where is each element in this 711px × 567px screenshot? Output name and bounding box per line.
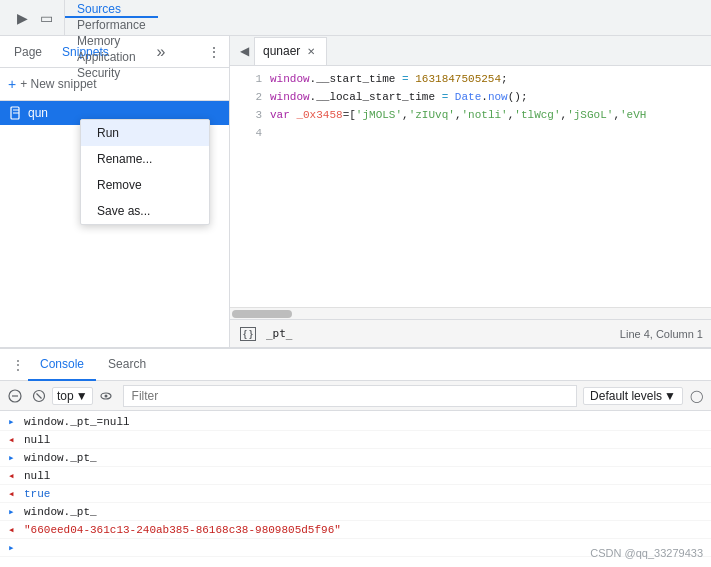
row-text-2: null	[24, 434, 50, 446]
default-levels-arrow-icon: ▼	[664, 389, 676, 403]
console-sidebar-icon[interactable]: ◯	[685, 385, 707, 407]
top-label: top	[57, 389, 74, 403]
nav-tab-sources[interactable]: Sources	[65, 2, 158, 18]
row-arrow-left-icon-5: ◂	[8, 487, 20, 500]
line-num-4: 4	[230, 124, 270, 142]
device-icon[interactable]: ▭	[36, 8, 56, 28]
row-arrow-right-icon-3: ▸	[8, 451, 20, 464]
editor-status-bar: { } _pt_ Line 4, Column 1	[230, 319, 711, 347]
row-arrow-right-icon-8: ▸	[8, 541, 20, 554]
row-text-6: window._pt_	[24, 506, 97, 518]
nav-tab-security[interactable]: Security	[65, 66, 158, 82]
default-levels-label: Default levels	[590, 389, 662, 403]
editor-tab-qunaer[interactable]: qunaer ✕	[254, 37, 327, 65]
context-menu-items: RunRename...RemoveSave as...	[81, 120, 209, 224]
console-row-7: ◂ "660eed04-361c13-240ab385-86168c38-980…	[0, 521, 711, 539]
row-arrow-right-icon-6: ▸	[8, 505, 20, 518]
line-content-1: window.__start_time = 1631847505254;	[270, 70, 508, 88]
editor-tab-label: qunaer	[263, 44, 300, 58]
svg-line-6	[37, 393, 42, 398]
nav-tabs-container: ElementsConsoleNetworkSourcesPerformance…	[65, 0, 158, 82]
code-line-1: 1 window.__start_time = 1631847505254;	[230, 70, 711, 88]
code-line-3: 3 var _0x3458=['jMOLS','zIUvq','notli','…	[230, 106, 711, 124]
status-position: Line 4, Column 1	[620, 328, 703, 340]
code-line-2: 2 window.__local_start_time = Date.now()…	[230, 88, 711, 106]
console-tab-console[interactable]: Console	[28, 349, 96, 381]
code-area[interactable]: 1 window.__start_time = 1631847505254; 2…	[230, 66, 711, 307]
context-menu: RunRename...RemoveSave as...	[80, 119, 210, 225]
console-tabs-bar: ⋮ Console Search	[0, 349, 711, 381]
console-row-1: ▸ window._pt_=null	[0, 413, 711, 431]
sidebar-tab-page[interactable]: Page	[8, 43, 48, 61]
nav-tab-application[interactable]: Application	[65, 50, 158, 66]
eye-icon[interactable]	[95, 385, 117, 407]
plus-icon: +	[8, 76, 16, 92]
context-menu-item-remove[interactable]: Remove	[81, 172, 209, 198]
console-toolbar: top ▼ Default levels ▼ ◯	[0, 381, 711, 411]
snippet-file-icon	[8, 105, 24, 121]
console-row-2: ◂ null	[0, 431, 711, 449]
line-num-1: 1	[230, 70, 270, 88]
context-menu-item-rename[interactable]: Rename...	[81, 146, 209, 172]
nav-icons: ▶ ▭	[4, 0, 65, 35]
line-num-3: 3	[230, 106, 270, 124]
editor-tab-close-icon[interactable]: ✕	[304, 44, 318, 58]
pt-text: _pt_	[266, 327, 293, 340]
console-row-3: ▸ window._pt_	[0, 449, 711, 467]
row-arrow-left-icon-7: ◂	[8, 523, 20, 536]
row-text-7: "660eed04-361c13-240ab385-86168c38-98098…	[24, 524, 341, 536]
row-text-4: null	[24, 470, 50, 482]
editor-area: ◀ qunaer ✕ 1 window.__start_time = 16318…	[230, 36, 711, 347]
console-area: ⋮ Console Search top ▼	[0, 347, 711, 567]
editor-back-icon[interactable]: ◀	[234, 41, 254, 61]
search-tab-label: Search	[108, 357, 146, 371]
row-text-3: window._pt_	[24, 452, 97, 464]
console-more-icon[interactable]: ⋮	[8, 355, 28, 375]
console-output: ▸ window._pt_=null ◂ null ▸ window._pt_ …	[0, 411, 711, 567]
dropdown-arrow-icon: ▼	[76, 389, 88, 403]
nav-tab-performance[interactable]: Performance	[65, 18, 158, 34]
console-tab-label: Console	[40, 357, 84, 371]
console-row-4: ◂ null	[0, 467, 711, 485]
format-icon[interactable]: { }	[238, 324, 258, 344]
sidebar-menu-icon[interactable]: ⋮	[207, 44, 221, 60]
code-line-4: 4	[230, 124, 711, 142]
line-num-2: 2	[230, 88, 270, 106]
console-tab-search[interactable]: Search	[96, 349, 158, 381]
snippet-name: qun	[28, 106, 48, 120]
line-content-3: var _0x3458=['jMOLS','zIUvq','notli','tl…	[270, 106, 646, 124]
watermark: CSDN @qq_33279433	[590, 547, 703, 559]
top-context-select[interactable]: top ▼	[52, 387, 93, 405]
sidebar-more-icon[interactable]: »	[156, 43, 165, 61]
line-content-2: window.__local_start_time = Date.now();	[270, 88, 528, 106]
main-content: PageSnippets » ⋮ + + New snippet qun	[0, 36, 711, 347]
nav-tab-memory[interactable]: Memory	[65, 34, 158, 50]
top-nav: ▶ ▭ ElementsConsoleNetworkSourcesPerform…	[0, 0, 711, 36]
default-levels-select[interactable]: Default levels ▼	[583, 387, 683, 405]
stop-icon[interactable]	[28, 385, 50, 407]
row-text-5: true	[24, 488, 50, 500]
context-menu-item-run[interactable]: Run	[81, 120, 209, 146]
console-row-5: ◂ true	[0, 485, 711, 503]
scrollbar-thumb[interactable]	[232, 310, 292, 318]
horizontal-scrollbar[interactable]	[230, 307, 711, 319]
sidebar: PageSnippets » ⋮ + + New snippet qun	[0, 36, 230, 347]
snippet-list: qun RunRename...RemoveSave as...	[0, 101, 229, 347]
inspect-icon[interactable]: ▶	[12, 8, 32, 28]
row-text-1: window._pt_=null	[24, 416, 130, 428]
row-arrow-left-icon-4: ◂	[8, 469, 20, 482]
clear-console-icon[interactable]	[4, 385, 26, 407]
context-menu-item-saveas[interactable]: Save as...	[81, 198, 209, 224]
row-arrow-right-icon: ▸	[8, 415, 20, 428]
console-row-6: ▸ window._pt_	[0, 503, 711, 521]
svg-point-8	[104, 394, 107, 397]
editor-tabs-bar: ◀ qunaer ✕	[230, 36, 711, 66]
row-arrow-left-icon: ◂	[8, 433, 20, 446]
filter-input[interactable]	[123, 385, 577, 407]
